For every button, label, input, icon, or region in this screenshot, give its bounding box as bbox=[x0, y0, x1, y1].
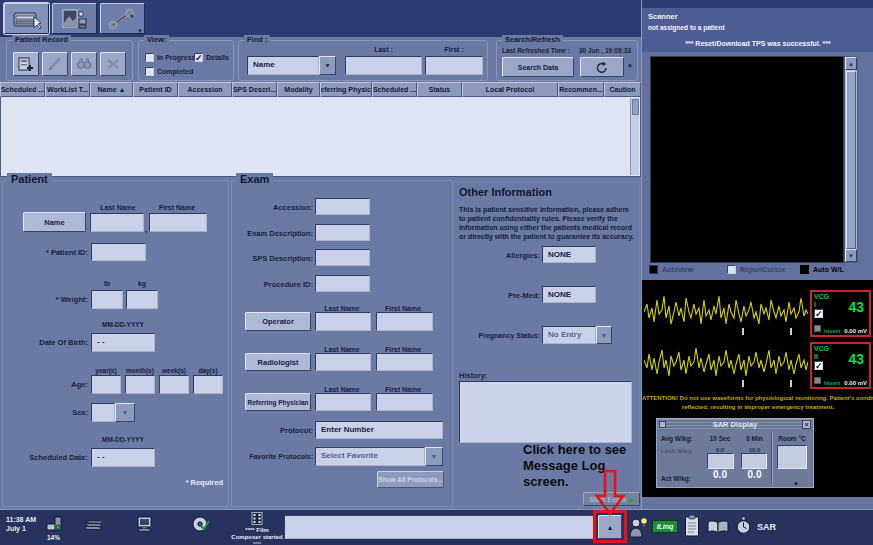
dob-label: Date Of Birth: bbox=[5, 338, 88, 348]
allergies-input[interactable]: NONE bbox=[542, 246, 596, 263]
vcg-enable-checkbox-1[interactable]: ✓ bbox=[814, 309, 823, 318]
history-textarea[interactable] bbox=[459, 381, 632, 443]
reportcursor-checkbox[interactable] bbox=[727, 265, 736, 274]
exam-panel: Exam Accession: Exam Description: SPS De… bbox=[231, 180, 453, 507]
workstation-icon[interactable] bbox=[136, 515, 154, 533]
protocol-notes-icon[interactable] bbox=[684, 514, 700, 538]
column-name[interactable]: Name ▲ bbox=[90, 82, 133, 97]
autoview-checkbox[interactable] bbox=[649, 265, 658, 274]
pre-med-input[interactable]: NONE bbox=[542, 286, 596, 303]
sar-display-window[interactable]: SAR Display × Avg W/kg: 10 Sec 6 Min Roo… bbox=[656, 418, 814, 488]
cd-archive-icon[interactable] bbox=[192, 515, 210, 533]
weight-kg-input[interactable] bbox=[126, 290, 158, 309]
sar-title-bar[interactable]: SAR Display × bbox=[657, 419, 813, 430]
first-name-filter-input[interactable] bbox=[425, 56, 483, 75]
in-progress-checkbox[interactable] bbox=[145, 53, 154, 62]
image-management-button[interactable] bbox=[52, 3, 97, 34]
refresh-options-button[interactable]: ▼ bbox=[627, 61, 633, 71]
reference-guide-icon[interactable] bbox=[706, 519, 730, 535]
protocol-input[interactable]: Enter Number bbox=[315, 421, 443, 439]
add-patient-button[interactable] bbox=[13, 52, 39, 76]
ilinq-assist-icon[interactable] bbox=[627, 515, 649, 539]
sar-resize-handle-icon[interactable]: ▼ bbox=[793, 479, 799, 489]
column-referring-physician[interactable]: Referring Physic... bbox=[320, 82, 372, 97]
sar-window-close-button[interactable]: × bbox=[802, 420, 811, 429]
age-years-input[interactable] bbox=[91, 375, 121, 394]
refresh-button[interactable] bbox=[580, 57, 624, 77]
patient-first-name-input[interactable] bbox=[149, 213, 207, 232]
column-modality[interactable]: Modality bbox=[277, 82, 320, 97]
column-patient-id[interactable]: Patient ID bbox=[133, 82, 178, 97]
find-field-dropdown-button[interactable]: ▼ bbox=[319, 56, 336, 75]
column-worklist-t[interactable]: WorkList T... bbox=[45, 82, 90, 97]
referring-last-input[interactable] bbox=[315, 393, 371, 411]
accession-input[interactable] bbox=[315, 198, 370, 215]
stopwatch-icon[interactable] bbox=[736, 516, 751, 536]
find-field-select[interactable]: Name bbox=[247, 56, 319, 75]
column-recommended[interactable]: Recommen... bbox=[558, 82, 604, 97]
sps-description-input[interactable] bbox=[315, 249, 370, 266]
sex-dropdown-button[interactable]: ▼ bbox=[115, 403, 135, 422]
edit-patient-button[interactable] bbox=[42, 52, 68, 76]
column-caution[interactable]: Caution bbox=[604, 82, 641, 97]
show-all-protocols-button[interactable]: Show All Protocols... bbox=[377, 471, 444, 488]
pregnancy-status-dropdown-button[interactable]: ▼ bbox=[596, 326, 612, 344]
details-checkbox[interactable]: ✓ bbox=[194, 53, 203, 62]
image-scrollbar-down-button[interactable]: ▼ bbox=[845, 249, 857, 262]
column-status[interactable]: Status bbox=[417, 82, 462, 97]
image-scrollbar-up-button[interactable]: ▲ bbox=[845, 57, 857, 70]
radiologist-button[interactable]: Radiologist bbox=[245, 353, 311, 371]
favorite-protocols-select[interactable]: Select Favorite bbox=[315, 447, 425, 466]
dob-input[interactable]: - - bbox=[91, 333, 155, 352]
operator-first-input[interactable] bbox=[376, 312, 433, 331]
radiologist-first-input[interactable] bbox=[376, 353, 433, 371]
worklist-scrollbar-thumb[interactable] bbox=[632, 99, 639, 115]
age-months-input[interactable] bbox=[125, 375, 155, 394]
completed-checkbox[interactable] bbox=[145, 67, 154, 76]
column-sps-descr[interactable]: SPS Descri... bbox=[232, 82, 277, 97]
worklist-scrollbar[interactable] bbox=[630, 98, 639, 175]
column-accession[interactable]: Accession bbox=[178, 82, 232, 97]
age-days-input[interactable] bbox=[193, 375, 223, 394]
auto-wl-checkbox[interactable] bbox=[800, 265, 809, 274]
patient-panel-title: Patient bbox=[7, 173, 52, 186]
find-patient-button[interactable] bbox=[71, 52, 97, 76]
patient-last-name-input[interactable] bbox=[90, 213, 144, 232]
sar-taskbar-label[interactable]: SAR bbox=[757, 522, 776, 532]
favorite-protocols-dropdown-button[interactable]: ▼ bbox=[425, 447, 443, 466]
tools-button[interactable]: ▼ bbox=[100, 3, 145, 34]
column-scheduled-2[interactable]: Scheduled ... bbox=[372, 82, 417, 97]
age-weeks-input[interactable] bbox=[159, 375, 189, 394]
vcg-invert-checkbox-1[interactable] bbox=[814, 325, 821, 332]
search-refresh-group: Search/Refresh Last Refreshed Time : 30 … bbox=[496, 40, 638, 81]
patient-browser-button[interactable] bbox=[4, 3, 49, 34]
radiologist-last-input[interactable] bbox=[315, 353, 371, 371]
patient-id-input[interactable] bbox=[91, 243, 146, 261]
remove-patient-button[interactable] bbox=[100, 52, 126, 76]
pregnancy-status-select[interactable]: No Entry bbox=[542, 326, 596, 344]
scheduled-date-input[interactable]: - - bbox=[91, 448, 155, 467]
referring-first-input[interactable] bbox=[376, 393, 433, 411]
last-name-filter-input[interactable] bbox=[345, 56, 422, 75]
ilinq-badge[interactable]: iLinq bbox=[652, 520, 678, 533]
vcg-invert-checkbox-2[interactable] bbox=[814, 377, 821, 384]
procedure-id-input[interactable] bbox=[315, 275, 370, 292]
sex-field[interactable] bbox=[91, 403, 115, 422]
search-data-button[interactable]: Search Data bbox=[502, 57, 574, 77]
worklist-body[interactable] bbox=[0, 97, 641, 177]
image-viewport[interactable] bbox=[650, 56, 844, 263]
patient-name-button[interactable]: Name bbox=[23, 212, 86, 232]
referring-physician-button[interactable]: Referring Physician bbox=[245, 393, 311, 411]
column-local-protocol[interactable]: Local Protocol bbox=[462, 82, 558, 97]
weight-lb-input[interactable] bbox=[91, 290, 123, 309]
image-scrollbar-thumb[interactable] bbox=[846, 71, 856, 249]
vcg-enable-checkbox-2[interactable]: ✓ bbox=[814, 361, 823, 370]
exam-description-input[interactable] bbox=[315, 224, 370, 241]
operator-button[interactable]: Operator bbox=[245, 312, 311, 331]
image-queue-icon[interactable] bbox=[84, 517, 106, 532]
message-line-field[interactable] bbox=[284, 515, 596, 539]
image-scrollbar[interactable]: ▲ ▼ bbox=[844, 56, 858, 263]
disk-usage-icon[interactable] bbox=[46, 516, 64, 531]
operator-last-input[interactable] bbox=[315, 312, 371, 331]
column-scheduled-1[interactable]: Scheduled ... bbox=[0, 82, 45, 97]
